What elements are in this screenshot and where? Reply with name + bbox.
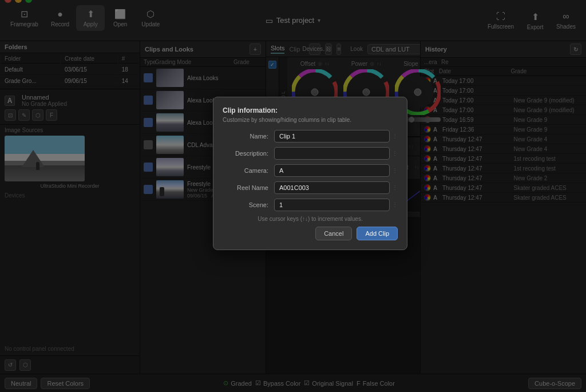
scene-label: Scene:: [223, 201, 274, 208]
description-label: Description:: [223, 150, 274, 157]
modal-buttons: Cancel Add Clip: [223, 227, 398, 240]
description-input[interactable]: [274, 147, 390, 160]
camera-input[interactable]: [274, 164, 390, 177]
cancel-button[interactable]: Cancel: [315, 227, 352, 240]
name-input[interactable]: [274, 130, 390, 142]
clip-info-modal: Clip information: Customize by showing/h…: [213, 97, 407, 250]
description-field-row: Description: ⋮: [223, 147, 398, 160]
desc-field-dots: ⋮: [392, 150, 398, 156]
scene-field-row: Scene: ⋮: [223, 199, 398, 211]
name-field-dots: ⋮: [392, 133, 398, 139]
modal-title: Clip information:: [223, 106, 398, 114]
modal-subtitle: Customize by showing/hiding columns in c…: [223, 117, 398, 123]
scene-input[interactable]: [274, 199, 390, 211]
camera-field-dots: ⋮: [392, 167, 398, 173]
modal-overlay: Clip information: Customize by showing/h…: [0, 0, 586, 392]
reel-field-dots: ⋮: [392, 184, 398, 191]
name-field-row: Name: ⋮: [223, 130, 398, 142]
reelname-input[interactable]: [274, 181, 390, 194]
reelname-label: Reel Name: [223, 184, 274, 191]
camera-label: Camera:: [223, 167, 274, 174]
add-clip-button[interactable]: Add Clip: [357, 227, 398, 240]
reelname-field-row: Reel Name ⋮: [223, 181, 398, 194]
name-label: Name:: [223, 133, 274, 140]
camera-field-row: Camera: ⋮: [223, 164, 398, 177]
modal-hint: Use cursor keys (↑↓) to increment values…: [223, 216, 398, 222]
app-window: ⊡ Framegrab ● Record ⬆ Apply ⬜ Open ⬡: [0, 0, 586, 392]
scene-field-dots: ⋮: [392, 201, 398, 208]
